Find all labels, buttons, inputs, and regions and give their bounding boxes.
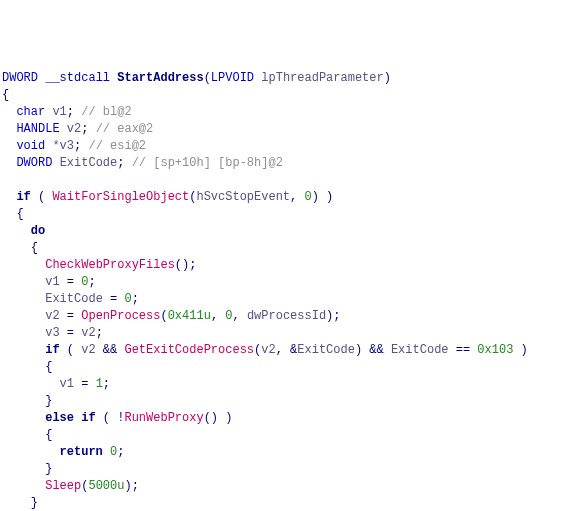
decl-type: DWORD	[2, 71, 38, 85]
param-type: LPVOID	[211, 71, 254, 85]
call-rwp: RunWebProxy	[124, 411, 203, 425]
comment: // [sp+10h] [bp-8h]@2	[132, 156, 283, 170]
comment: // bl@2	[81, 105, 131, 119]
call-cwp: CheckWebProxyFiles	[45, 258, 175, 272]
call-openprocess: OpenProcess	[81, 309, 160, 323]
call-wfso: WaitForSingleObject	[52, 190, 189, 204]
call-sleep: Sleep	[45, 479, 81, 493]
call-gecp: GetExitCodeProcess	[124, 343, 254, 357]
param-name: lpThreadParameter	[261, 71, 383, 85]
comment: // eax@2	[96, 122, 154, 136]
func-name: StartAddress	[117, 71, 203, 85]
comment: // esi@2	[88, 139, 146, 153]
code-block: DWORD __stdcall StartAddress(LPVOID lpTh…	[2, 70, 584, 511]
callconv: __stdcall	[45, 71, 110, 85]
